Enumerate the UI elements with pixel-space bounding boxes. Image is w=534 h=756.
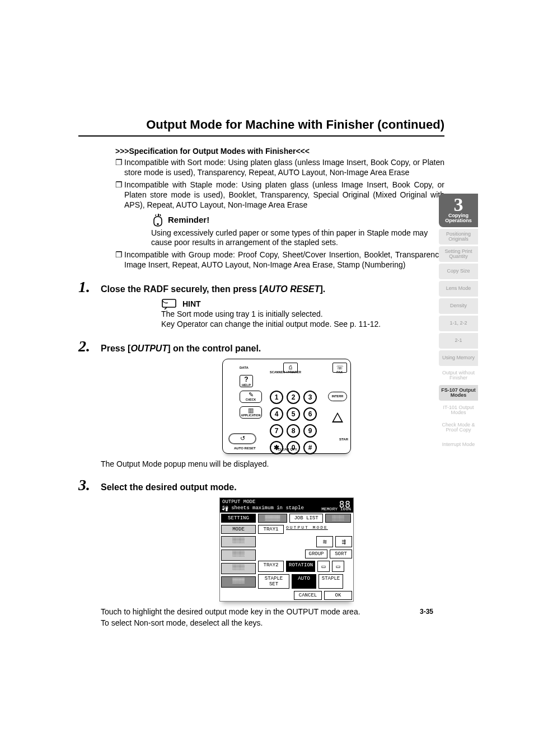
hint-label: HINT xyxy=(182,299,201,308)
screen-outputmode-label: OUTPUT MODE xyxy=(285,524,352,530)
spec-item: Incompatible with Staple mode: Using pla… xyxy=(124,180,444,210)
sidebar-chapter-number: 3 xyxy=(454,197,463,213)
step-2-title-b: ] on the control panel. xyxy=(167,344,261,353)
panel-start-label: STAR xyxy=(339,438,348,441)
panel-autoreset-button: ↺ xyxy=(228,433,256,444)
screen-mode-tab: MODE xyxy=(221,525,256,534)
keypad-3: 3 xyxy=(303,391,317,404)
sidebar-tab-1-1-2-2[interactable]: 1-1, 2-2 xyxy=(439,316,478,331)
keypad-hash: # xyxy=(303,441,317,454)
panel-data-label: DATA xyxy=(240,366,249,369)
step-3-after-1: Touch to highlight the desired output mo… xyxy=(101,607,444,616)
control-panel-figure: DATA ⎙ ☏ SCANNER / PRINTER FAX ? HELP ✎ … xyxy=(222,359,351,454)
sort-icon: ⇶ xyxy=(335,536,352,547)
step-number-2: 2. xyxy=(78,337,101,355)
spec-item: Incompatible with Group mode: Proof Copy… xyxy=(124,250,444,270)
screen-cancel-button: CANCEL xyxy=(294,591,322,600)
sidebar-tab-positioning[interactable]: Positioning Originals xyxy=(439,229,478,245)
sidebar-tab-it101-output-modes[interactable]: IT-101 Output Modes xyxy=(439,402,478,418)
step-3-after-2: To select Non-sort mode, deselect all th… xyxy=(101,618,444,627)
chapter-title: Output Mode for Machine with Finisher (c… xyxy=(78,118,444,137)
screen-left-d: ▒▒▒▒ xyxy=(221,576,256,588)
screen-setting-tab: SETTING xyxy=(221,514,256,523)
sidebar-tabs: 3 Copying Operations Positioning Origina… xyxy=(439,194,478,453)
reminder-icon xyxy=(151,213,165,227)
bullet-icon: ❐ xyxy=(115,180,124,210)
keypad-2: 2 xyxy=(287,391,300,404)
panel-clearqty-label: CLEAR QTY. xyxy=(278,448,298,451)
panel-scannerprinter-label: SCANNER / PRINTER xyxy=(270,370,301,374)
screen-sort-button: SORT xyxy=(330,550,352,558)
sidebar-tab-copy-size[interactable]: Copy Size xyxy=(439,264,478,279)
keypad-1: 1 xyxy=(270,391,283,404)
screen-hatched-2: ░░░░ xyxy=(325,514,351,523)
screen-staple-button: STAPLE xyxy=(318,574,343,589)
sidebar-chapter-badge: 3 Copying Operations xyxy=(439,194,478,227)
panel-application-label: APPLICATION xyxy=(241,414,261,417)
panel-keypad: 1 2 3 4 5 6 7 8 9 ✱ 0 # xyxy=(270,391,321,454)
panel-autoreset-label: AUTO RESET xyxy=(234,447,256,450)
screen-title: OUTPUT MODE xyxy=(222,499,351,505)
sidebar-tab-check-mode-proof[interactable]: Check Mode & Proof Copy xyxy=(439,420,478,435)
spec-list-2: ❐ Incompatible with Group mode: Proof Co… xyxy=(115,250,444,270)
reminder-label: Reminder! xyxy=(168,215,209,224)
application-icon: ▥ xyxy=(248,407,254,414)
step-number-1: 1. xyxy=(78,278,101,296)
sidebar-tab-setting-print-qty[interactable]: Setting Print Quantity xyxy=(439,246,478,262)
staple-icon-a: ▭ xyxy=(317,561,330,572)
screen-joblist-button: JOB LIST xyxy=(289,514,323,523)
step-3-title: Select the desired output mode. xyxy=(101,482,237,492)
screen-left-a: ░░░░ xyxy=(221,536,256,547)
keypad-6: 6 xyxy=(303,407,317,421)
step-2-title: Press [OUTPUT] on the control panel. xyxy=(101,344,261,354)
sidebar-tab-interrupt-mode[interactable]: Interrupt Mode xyxy=(439,437,478,453)
pencil-icon: ✎ xyxy=(249,392,254,398)
screen-auto-button: AUTO xyxy=(292,574,316,589)
group-icon: ≋ xyxy=(316,536,333,547)
autoreset-icon: ↺ xyxy=(240,435,245,442)
panel-check-label: CHECK xyxy=(246,398,256,401)
reminder-body: Using excessively curled paper or some t… xyxy=(151,228,444,248)
keypad-9: 9 xyxy=(303,424,317,438)
screen-ok-button: OK xyxy=(324,591,352,600)
screen-memory: MEMORY 100% xyxy=(321,506,351,512)
screen-left-c: ░░░░ xyxy=(221,563,256,574)
sidebar-tab-output-without-finisher[interactable]: Output without Finisher xyxy=(439,368,478,383)
panel-fax-label: FAX xyxy=(336,370,343,374)
output-mode-screen-figure: OUTPUT MODE 50 sheets maximum in staple … xyxy=(219,497,354,602)
sidebar-tab-fs107-output-modes[interactable]: FS-107 Output Modes xyxy=(439,385,478,401)
step-number-3: 3. xyxy=(78,476,101,494)
keypad-5: 5 xyxy=(287,407,300,421)
staple-icon-b: ▭ xyxy=(332,561,344,572)
sidebar-tab-lens-mode[interactable]: Lens Mode xyxy=(439,281,478,297)
sidebar-tab-2-1[interactable]: 2-1 xyxy=(439,333,478,349)
screen-left-b: ░░░░ xyxy=(221,550,256,561)
step-2-after: The Output Mode popup menu will be displ… xyxy=(101,459,444,468)
screen-rotation-button: ROTATION xyxy=(286,561,315,572)
screen-group-button: GROUP xyxy=(305,550,327,558)
step-2-title-em: OUTPUT xyxy=(130,344,167,353)
spec-item: Incompatible with Sort mode: Using plate… xyxy=(124,158,444,178)
panel-application-button: ▥ APPLICATION xyxy=(240,406,262,419)
screen-tray1-button: TRAY1 xyxy=(258,525,284,534)
panel-stop-icon xyxy=(328,412,347,422)
step-2-title-a: Press [ xyxy=(101,344,130,353)
panel-check-button: ✎ CHECK xyxy=(240,391,262,403)
screen-hatched-1: ▒▒▒▒▒ xyxy=(258,514,287,523)
spec-list: ❐ Incompatible with Sort mode: Using pla… xyxy=(115,158,444,210)
svg-rect-0 xyxy=(157,223,159,225)
panel-interrupt-label: INTERR xyxy=(332,395,343,398)
step-1-title-a: Close the RADF securely, then press [ xyxy=(101,284,263,294)
svg-rect-1 xyxy=(162,299,176,307)
panel-help-button: ? HELP xyxy=(240,375,253,387)
screen-stapleset-button: STAPLE SET xyxy=(258,574,289,589)
bullet-icon: ❐ xyxy=(115,158,124,178)
panel-interrupt-button: INTERR xyxy=(328,392,347,401)
sidebar-tab-density[interactable]: Density xyxy=(439,298,478,314)
screen-tray2-button: TRAY2 xyxy=(258,561,284,572)
keypad-8: 8 xyxy=(287,424,300,438)
spec-heading: >>>Specification for Output Modes with F… xyxy=(115,147,495,156)
step-1-title-em: AUTO RESET xyxy=(263,284,320,294)
hint-icon xyxy=(161,298,179,309)
sidebar-tab-using-memory[interactable]: Using Memory xyxy=(439,350,478,366)
